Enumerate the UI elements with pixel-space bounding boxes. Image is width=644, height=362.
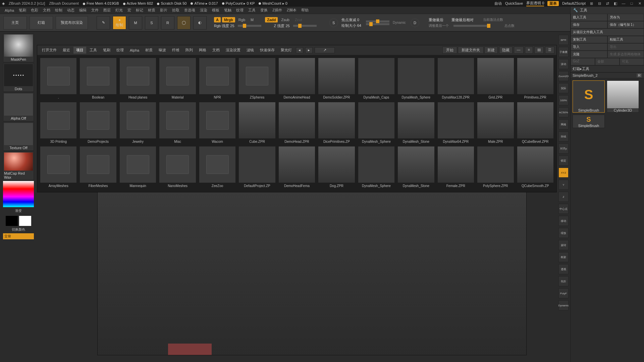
alpha-slot[interactable]: Alpha Off	[3, 93, 34, 121]
lightbox-item[interactable]: NanoMeshes	[159, 146, 196, 188]
lightbox-item[interactable]: DicePrimitives.ZP	[318, 102, 355, 143]
lb-tab-render[interactable]: 渲染设置	[223, 47, 243, 54]
nav-实际[interactable]: 实际	[558, 83, 569, 93]
menu-edit[interactable]: 编辑	[79, 8, 87, 13]
menu-dynamic[interactable]: 动态	[67, 8, 74, 13]
lightbox-item[interactable]: Jewelry	[119, 102, 156, 143]
lb-tab-brush[interactable]: 笔刷	[100, 47, 113, 54]
dynamic-label[interactable]: Dynamic	[393, 21, 406, 24]
lightbox-tool-section[interactable]: 灯箱▸工具	[571, 65, 644, 72]
menu-texture[interactable]: 纹理	[236, 8, 244, 13]
channel-m[interactable]: M	[249, 17, 256, 22]
menu-document[interactable]: 文档	[43, 8, 50, 13]
nav-z[interactable]: Z	[558, 192, 569, 202]
nav-polyf[interactable]: PolyF	[558, 288, 569, 298]
ui-transparency[interactable]: 界面透明 0	[526, 1, 544, 6]
lb-tab-filter[interactable]: 滤镜	[244, 47, 257, 54]
nav-ac50%[interactable]: AC50%	[558, 107, 569, 117]
current-tool-flag[interactable]: R	[637, 73, 642, 77]
lightbox-item[interactable]: Head planes	[119, 58, 156, 99]
draw-size-slider[interactable]	[366, 23, 389, 25]
clone-button[interactable]: 克隆	[571, 51, 607, 58]
goz-visible-button[interactable]: 可见	[620, 58, 644, 65]
nav-锁定[interactable]: 锁定	[558, 156, 569, 166]
import-button[interactable]: 导入	[571, 43, 607, 51]
lightbox-item[interactable]: .	[40, 58, 77, 99]
save-incr-button[interactable]: 保存（编号加 1）	[607, 21, 644, 28]
lb-view-large-icon[interactable]: ▤	[534, 47, 544, 54]
scale-mode-button[interactable]: S	[145, 16, 158, 29]
lightbox-item[interactable]: ZSpheres	[238, 58, 275, 99]
nav-透视[interactable]: 透视	[558, 264, 569, 274]
swatch-secondary[interactable]	[19, 216, 31, 226]
menu-transform[interactable]: 变换	[260, 8, 268, 13]
goz-all-button[interactable]: 全部	[595, 58, 620, 65]
channel-a[interactable]: A	[214, 17, 221, 22]
lb-prev-button[interactable]: ◂	[296, 47, 303, 53]
adjust-last-slider[interactable]	[453, 25, 490, 27]
tool-panel-header[interactable]: 🔧工具	[571, 7, 644, 14]
menu-movie[interactable]: 影片	[160, 8, 167, 13]
default-zscript[interactable]: DefaultZScript	[562, 1, 586, 5]
edit-mode-button[interactable]: ✎	[97, 16, 110, 29]
lb-tab-grid[interactable]: 网格	[196, 47, 209, 54]
lb-tab-noise[interactable]: 噪波	[156, 47, 169, 54]
lb-newfolder-button[interactable]: 新建文件夹	[458, 47, 484, 54]
load-from-project-button[interactable]: 从项目文件载入工具	[571, 28, 644, 36]
move-mode-button[interactable]: M	[129, 16, 142, 29]
save-as-button[interactable]: 另存为	[607, 14, 644, 21]
menu-tool[interactable]: 工具	[248, 8, 256, 13]
lb-view-med-icon[interactable]: ≡	[525, 47, 533, 54]
channel-zcut[interactable]: Zcut	[293, 17, 304, 22]
menu-toggle[interactable]: 菜单	[547, 1, 559, 6]
lightbox-item[interactable]: 3D Printing	[40, 102, 77, 143]
lb-tab-texture[interactable]: 纹理	[114, 47, 126, 54]
lb-tab-recent[interactable]: 最近	[60, 47, 73, 54]
lb-hide-button[interactable]: 隐藏	[499, 47, 513, 54]
copy-tool-button[interactable]: 复制工具	[571, 36, 607, 43]
lightbox-item[interactable]: DemoAnimeHead	[278, 58, 315, 99]
export-button[interactable]: 导出	[607, 43, 644, 51]
redo-last-button[interactable]: 重做最后	[429, 17, 443, 22]
lightbox-item[interactable]: DemoSoldier.ZPR	[318, 58, 355, 99]
lightbox-item[interactable]: DynaMesh_Stone	[397, 146, 434, 188]
nav-移动[interactable]: 移动	[558, 216, 569, 226]
lb-tab-alpha[interactable]: Alpha	[127, 47, 142, 53]
lb-tab-fiber[interactable]: 纤维	[169, 47, 182, 54]
menu-picker[interactable]: 拾取	[172, 8, 179, 13]
layout-icon[interactable]: ⊞	[589, 1, 594, 6]
menu-zscript[interactable]: Z脚本	[287, 8, 297, 13]
minimize-icon[interactable]: —	[621, 1, 626, 6]
lightbox-item[interactable]: DefaultProject.ZP	[238, 146, 275, 188]
nav-bpr[interactable]: BPR	[558, 35, 569, 45]
lightbox-item[interactable]: DemoProjects	[79, 102, 116, 143]
draw-mode-button[interactable]: ✦绘制	[113, 16, 126, 29]
lightbox-item[interactable]: Misc	[159, 102, 196, 143]
lightbox-item[interactable]: PolySphere.ZPR	[477, 146, 514, 188]
rotate-mode-button[interactable]: R	[161, 16, 174, 29]
nav-子像素[interactable]: 子像素	[558, 47, 569, 57]
lb-tab-array[interactable]: 阵列	[183, 47, 196, 54]
menu-brush[interactable]: 笔刷	[19, 8, 26, 13]
color-picker[interactable]	[3, 181, 34, 207]
save-button[interactable]: 保存	[571, 21, 607, 28]
load-tool-button[interactable]: 载入工具	[571, 14, 607, 21]
make-polymesh-button[interactable]: 生成 多边形网格物体	[607, 51, 644, 58]
lightbox-item[interactable]: DynaWax64.ZPR	[437, 102, 474, 143]
lightbox-item[interactable]: DynaMesh_Sphere	[397, 58, 434, 99]
lightbox-item[interactable]: QCubeSmooth.ZP	[517, 146, 554, 188]
texture-slot[interactable]: Texture Off	[3, 122, 34, 151]
tool-thumb-simplebrush2[interactable]: S SimpleBrush	[573, 115, 605, 128]
nav-xyz[interactable]: XYZ	[558, 168, 569, 178]
lightbox-item[interactable]: Cube.ZPR	[238, 102, 275, 143]
channel-mrgb[interactable]: Mrgb	[222, 17, 235, 22]
menu-macro[interactable]: 宏	[127, 8, 131, 13]
z-intensity-slider[interactable]	[293, 25, 317, 27]
lb-tab-material[interactable]: 材质	[143, 47, 155, 54]
redo-relative-button[interactable]: 重做最后相对	[451, 17, 474, 22]
lightbox-item[interactable]: Primitives.ZPR	[517, 58, 554, 99]
lightbox-item[interactable]: Grid.ZPR	[477, 58, 514, 99]
lightbox-item[interactable]: Material	[159, 58, 196, 99]
lb-tab-qsave[interactable]: 快速保存	[257, 47, 277, 54]
nav-中心点[interactable]: 中心点	[558, 204, 569, 214]
